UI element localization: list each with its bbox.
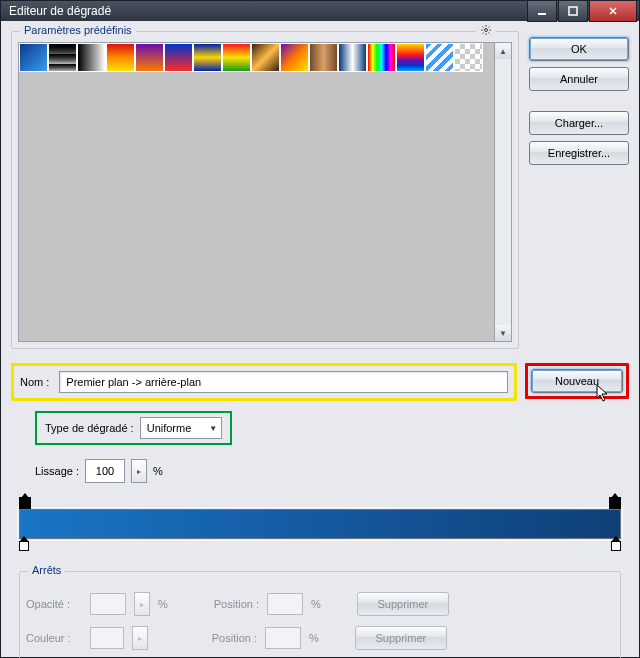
- position-unit: %: [311, 598, 321, 610]
- stops-fieldset: Arrêts Opacité : ▸ % Position : % Suppri…: [19, 571, 621, 658]
- cancel-button[interactable]: Annuler: [529, 67, 629, 91]
- color-well: [90, 627, 124, 649]
- preset-swatch[interactable]: [280, 43, 309, 72]
- preset-swatch[interactable]: [48, 43, 77, 72]
- presets-menu-icon[interactable]: [476, 24, 496, 38]
- scroll-down-icon[interactable]: ▼: [495, 325, 511, 341]
- preset-swatch[interactable]: [251, 43, 280, 72]
- presets-fieldset: Paramètres prédéfinis ▲ ▼: [11, 31, 519, 349]
- preset-swatch[interactable]: [367, 43, 396, 72]
- preset-swatch[interactable]: [135, 43, 164, 72]
- close-button[interactable]: [589, 1, 637, 22]
- color-stop[interactable]: [19, 541, 29, 551]
- preset-swatch[interactable]: [77, 43, 106, 72]
- position-unit: %: [309, 632, 319, 644]
- opacity-position-input: [267, 593, 303, 615]
- svg-point-2: [485, 29, 488, 32]
- gradient-type-select[interactable]: Uniforme ▼: [140, 417, 223, 439]
- smoothing-input[interactable]: [85, 459, 125, 483]
- preset-swatch[interactable]: [425, 43, 454, 72]
- window-title: Editeur de dégradé: [9, 4, 111, 18]
- preset-swatch[interactable]: [396, 43, 425, 72]
- preset-swatch[interactable]: [164, 43, 193, 72]
- gradient-editor-area: [19, 497, 621, 553]
- smoothing-step-icon[interactable]: ▸: [131, 459, 147, 483]
- position-label: Position :: [214, 598, 259, 610]
- name-row: Nom :: [11, 363, 517, 401]
- preset-swatches: [18, 42, 494, 342]
- dialog-body: Paramètres prédéfinis ▲ ▼ OK Annuler: [1, 21, 639, 658]
- new-button-highlight: Nouveau: [525, 363, 629, 399]
- name-input[interactable]: [59, 371, 508, 393]
- smoothing-label: Lissage :: [35, 465, 79, 477]
- presets-scrollbar[interactable]: ▲ ▼: [494, 42, 512, 342]
- gradient-editor-window: Editeur de dégradé Paramètres prédéfinis…: [0, 0, 640, 658]
- minimize-button[interactable]: [527, 1, 557, 22]
- opacity-stops-track[interactable]: [19, 497, 621, 509]
- color-stop[interactable]: [611, 541, 621, 551]
- preset-swatch[interactable]: [106, 43, 135, 72]
- preset-swatch[interactable]: [309, 43, 338, 72]
- maximize-button[interactable]: [558, 1, 588, 22]
- preset-swatch[interactable]: [193, 43, 222, 72]
- preset-swatch[interactable]: [454, 43, 483, 72]
- opacity-input: [90, 593, 126, 615]
- delete-color-stop-button: Supprimer: [355, 626, 447, 650]
- opacity-stop[interactable]: [609, 497, 621, 509]
- delete-opacity-stop-button: Supprimer: [357, 592, 449, 616]
- gradient-type-row: Type de dégradé : Uniforme ▼: [35, 411, 232, 445]
- gradient-type-label: Type de dégradé :: [45, 422, 134, 434]
- opacity-unit: %: [158, 598, 168, 610]
- gradient-bar[interactable]: [19, 509, 621, 539]
- svg-rect-1: [569, 7, 577, 15]
- svg-rect-0: [538, 13, 546, 15]
- save-button[interactable]: Enregistrer...: [529, 141, 629, 165]
- opacity-stop[interactable]: [19, 497, 31, 509]
- smoothing-unit: %: [153, 465, 163, 477]
- position-label: Position :: [212, 632, 257, 644]
- ok-button[interactable]: OK: [529, 37, 629, 61]
- scroll-up-icon[interactable]: ▲: [495, 43, 511, 59]
- titlebar: Editeur de dégradé: [1, 1, 639, 21]
- load-button[interactable]: Charger...: [529, 111, 629, 135]
- color-label: Couleur :: [26, 632, 82, 644]
- chevron-down-icon: ▼: [209, 424, 217, 433]
- new-button[interactable]: Nouveau: [531, 369, 623, 393]
- opacity-label: Opacité :: [26, 598, 82, 610]
- stops-legend: Arrêts: [28, 564, 65, 576]
- window-controls: [527, 1, 637, 21]
- color-stops-track[interactable]: [19, 541, 621, 553]
- color-step-icon: ▸: [132, 626, 148, 650]
- color-position-input: [265, 627, 301, 649]
- preset-swatch[interactable]: [338, 43, 367, 72]
- opacity-step-icon: ▸: [134, 592, 150, 616]
- preset-swatch[interactable]: [19, 43, 48, 72]
- preset-swatch[interactable]: [222, 43, 251, 72]
- smoothing-row: Lissage : ▸ %: [35, 459, 629, 483]
- name-label: Nom :: [20, 376, 49, 388]
- gradient-type-value: Uniforme: [147, 422, 192, 434]
- presets-legend: Paramètres prédéfinis: [20, 24, 136, 36]
